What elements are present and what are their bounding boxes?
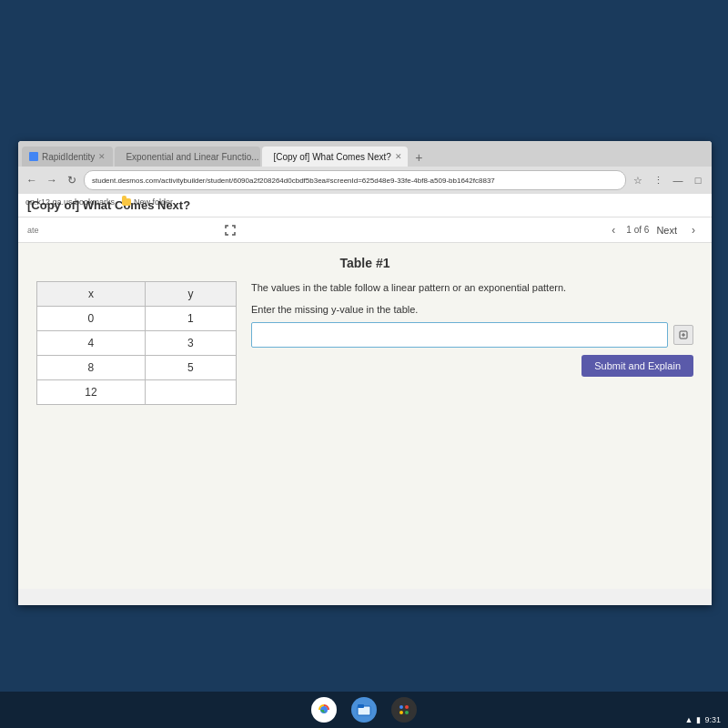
bookmark-button[interactable]: ☆ xyxy=(630,172,646,188)
table-row: 0 1 xyxy=(37,307,237,331)
data-table: x y 0 1 4 3 xyxy=(36,281,237,405)
right-panel: The values in the table follow a linear … xyxy=(251,281,693,377)
svg-point-9 xyxy=(399,711,403,714)
tab-bar: RapidIdentity ✕ Exponential and Linear F… xyxy=(18,141,712,167)
cell-x-2: 8 xyxy=(37,356,146,380)
answer-input[interactable] xyxy=(251,322,668,348)
table-row: 4 3 xyxy=(37,331,237,356)
cell-x-3: 12 xyxy=(37,380,146,405)
tab-label-active: [Copy of] What Comes Next? xyxy=(273,152,391,162)
taskbar: ▲ ▮ 9:31 xyxy=(0,692,728,728)
col-header-x: x xyxy=(37,282,146,307)
svg-point-8 xyxy=(405,705,409,709)
tab-close-active[interactable]: ✕ xyxy=(395,152,402,161)
browser-chrome: RapidIdentity ✕ Exponential and Linear F… xyxy=(18,141,712,194)
table-row: 12 xyxy=(37,380,237,405)
folder-icon xyxy=(122,198,131,206)
browser-window: RapidIdentity ✕ Exponential and Linear F… xyxy=(18,141,712,605)
next-page-button[interactable]: › xyxy=(684,221,703,239)
page-content: [Copy of] What Comes Next? ate ‹ 1 of 6 … xyxy=(18,194,712,589)
tab-label-exponential: Exponential and Linear Functio... xyxy=(126,152,258,162)
svg-rect-5 xyxy=(358,704,364,708)
activity-layout: x y 0 1 4 3 xyxy=(36,281,693,405)
back-button[interactable]: ← xyxy=(24,172,40,188)
activity-toolbar: ate ‹ 1 of 6 Next › xyxy=(18,217,712,243)
svg-point-6 xyxy=(397,703,411,717)
system-tray: ▲ ▮ 9:31 xyxy=(685,715,721,724)
col-header-y: y xyxy=(145,282,236,307)
cell-x-0: 0 xyxy=(37,307,146,331)
tab-exponential[interactable]: Exponential and Linear Functio... ✕ xyxy=(115,147,260,167)
cell-y-1: 3 xyxy=(145,331,236,356)
menu-button[interactable]: ⋮ xyxy=(650,172,666,188)
prompt-text: Enter the missing y-value in the table. xyxy=(251,304,693,315)
browser-actions: ☆ ⋮ — □ xyxy=(630,172,706,188)
taskbar-apps-icon[interactable] xyxy=(391,697,417,723)
cell-y-0: 1 xyxy=(145,307,236,331)
description-text: The values in the table follow a linear … xyxy=(251,281,693,295)
svg-point-10 xyxy=(405,711,409,714)
page-counter: 1 of 6 xyxy=(626,225,649,235)
clock: 9:31 xyxy=(704,715,721,724)
tab-label-rapididentity: RapidIdentity xyxy=(42,152,95,162)
next-button[interactable]: Next xyxy=(652,223,681,238)
battery-icon: ▮ xyxy=(696,715,701,724)
table-row: 8 5 xyxy=(37,356,237,380)
expand-button[interactable] xyxy=(221,221,239,239)
reload-button[interactable]: ↻ xyxy=(64,172,80,188)
tab-active[interactable]: [Copy of] What Comes Next? ✕ xyxy=(262,147,408,167)
address-bar-row: ← → ↻ student.desmos.com/activitybuilder… xyxy=(18,167,712,194)
address-text: student.desmos.com/activitybuilder/stude… xyxy=(92,177,495,185)
prev-page-button[interactable]: ‹ xyxy=(604,221,622,239)
tab-close-rapididentity[interactable]: ✕ xyxy=(98,152,106,161)
cell-y-3 xyxy=(145,380,236,405)
activity-subtitle: ate xyxy=(27,226,39,235)
forward-button[interactable]: → xyxy=(44,172,60,188)
taskbar-google-icon[interactable] xyxy=(311,697,337,723)
nav-controls: ‹ 1 of 6 Next › xyxy=(604,221,703,239)
input-action-button[interactable] xyxy=(673,325,693,345)
minimize-button[interactable]: — xyxy=(670,172,686,188)
laptop-screen: RapidIdentity ✕ Exponential and Linear F… xyxy=(0,0,728,728)
maximize-button[interactable]: □ xyxy=(690,172,706,188)
tab-favicon-rapididentity xyxy=(29,152,38,161)
taskbar-files-icon[interactable] xyxy=(351,697,377,723)
input-row xyxy=(251,322,693,348)
address-bar[interactable]: student.desmos.com/activitybuilder/stude… xyxy=(84,170,626,190)
new-tab-button[interactable]: + xyxy=(410,148,428,167)
cell-y-2: 5 xyxy=(145,356,236,380)
cell-x-1: 4 xyxy=(37,331,146,356)
wifi-icon: ▲ xyxy=(685,715,693,724)
table-title: Table #1 xyxy=(36,256,693,270)
tab-rapididentity[interactable]: RapidIdentity ✕ xyxy=(22,147,113,167)
svg-point-7 xyxy=(399,705,403,709)
activity-main: Table #1 x y 0 xyxy=(18,243,712,418)
submit-button[interactable]: Submit and Explain xyxy=(581,355,693,377)
